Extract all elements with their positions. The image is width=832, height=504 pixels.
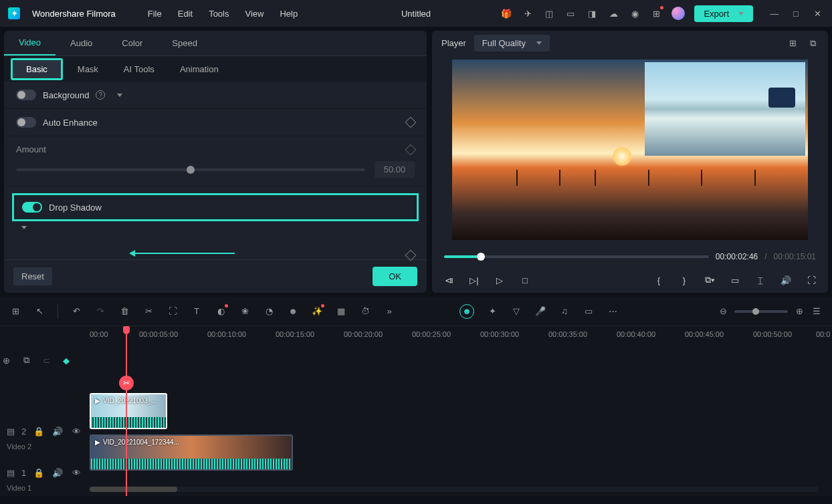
background-toggle[interactable] xyxy=(16,90,36,100)
play-button[interactable]: ▷ xyxy=(492,273,507,287)
grid-view-icon[interactable]: ⊞ xyxy=(787,37,799,49)
slider-thumb[interactable] xyxy=(187,166,195,174)
zoom-out-icon[interactable]: ⊖ xyxy=(717,305,729,318)
color-icon[interactable]: ❀ xyxy=(239,305,251,318)
export-button[interactable]: Export xyxy=(694,5,753,22)
keyframe-diamond-icon[interactable] xyxy=(405,117,417,128)
marker-add-icon[interactable]: ◆ xyxy=(60,354,72,366)
auto-enhance-toggle[interactable] xyxy=(16,117,36,128)
subtab-ai-tools[interactable]: AI Tools xyxy=(113,60,165,78)
mark-out-icon[interactable]: } xyxy=(677,273,692,287)
seek-slider[interactable] xyxy=(444,255,709,258)
lock-icon[interactable]: 🔒 xyxy=(33,425,45,437)
lock-icon[interactable]: 🔒 xyxy=(33,467,45,479)
visibility-icon[interactable]: 👁 xyxy=(70,467,82,479)
volume-icon[interactable]: 🔊 xyxy=(778,273,793,287)
ai-effects-icon[interactable]: ✨ xyxy=(311,305,323,318)
compare-icon[interactable]: ⧉▾ xyxy=(702,273,717,287)
playhead[interactable]: ✂ xyxy=(126,326,127,496)
window-maximize[interactable]: □ xyxy=(789,9,803,19)
menu-view[interactable]: View xyxy=(245,9,264,19)
message-icon[interactable]: ◫ xyxy=(543,7,555,19)
text-icon[interactable]: T xyxy=(191,305,203,318)
more-tools-icon[interactable]: » xyxy=(383,305,395,318)
step-forward-button[interactable]: ▷| xyxy=(467,273,482,287)
layout-icon[interactable]: ⊞ xyxy=(9,305,21,318)
menu-file[interactable]: File xyxy=(148,9,162,19)
smart-edit-icon[interactable]: ☻ xyxy=(459,304,474,319)
tab-video[interactable]: Video xyxy=(4,31,56,55)
clip-video2[interactable]: ▶VID_20221003_... xyxy=(90,393,167,429)
monitor-icon[interactable]: ▭ xyxy=(564,7,577,19)
scope-icon[interactable]: ⧉ xyxy=(807,37,819,49)
headset-icon[interactable]: ◉ xyxy=(629,7,641,19)
enhance-icon[interactable]: ✦ xyxy=(486,305,498,318)
menu-help[interactable]: Help xyxy=(280,9,298,19)
apps-icon[interactable]: ⊞ xyxy=(650,7,662,19)
drop-shadow-toggle[interactable] xyxy=(22,202,42,213)
window-minimize[interactable]: — xyxy=(768,9,781,19)
duration-icon[interactable]: ⏱ xyxy=(359,305,371,318)
adjust-icon[interactable]: ◐ xyxy=(215,305,227,318)
prev-frame-button[interactable]: ⧏ xyxy=(441,273,456,287)
delete-icon[interactable]: 🗑 xyxy=(118,305,130,318)
split-icon[interactable]: ✂ xyxy=(142,305,154,318)
zoom-thumb[interactable] xyxy=(752,308,759,315)
subtab-animation[interactable]: Animation xyxy=(169,60,229,78)
amount-slider[interactable] xyxy=(16,168,365,171)
timeline-ruler[interactable]: 00:00 00:00:05:00 00:00:10:00 00:00:15:0… xyxy=(86,326,832,350)
link-icon[interactable]: ⧉ xyxy=(20,354,32,366)
record-icon[interactable]: ◨ xyxy=(586,7,598,19)
keyframe-icon[interactable]: ▦ xyxy=(335,305,347,318)
visibility-icon[interactable]: 👁 xyxy=(70,425,82,437)
tab-audio[interactable]: Audio xyxy=(56,31,107,55)
magnet-icon[interactable]: ⊂ xyxy=(40,354,52,366)
ai-portrait-icon[interactable]: ☻ xyxy=(287,305,299,318)
chevron-down-icon[interactable] xyxy=(117,94,122,97)
scissor-icon[interactable]: ✂ xyxy=(119,376,134,390)
zoom-slider[interactable] xyxy=(734,310,788,313)
chevron-down-icon[interactable] xyxy=(21,226,27,239)
tab-color[interactable]: Color xyxy=(107,31,157,55)
mark-in-icon[interactable]: { xyxy=(651,273,666,287)
voiceover-icon[interactable]: 🎤 xyxy=(534,305,546,318)
menu-edit[interactable]: Edit xyxy=(178,9,193,19)
subtab-mask[interactable]: Mask xyxy=(67,60,109,78)
help-icon[interactable]: ? xyxy=(96,90,105,100)
mute-icon[interactable]: 🔊 xyxy=(51,467,64,479)
keyframe-diamond-icon[interactable] xyxy=(405,250,417,259)
fullscreen-icon[interactable]: ⛶ xyxy=(804,273,819,287)
timeline-options-icon[interactable]: ☰ xyxy=(811,305,823,318)
crop-icon[interactable]: ⛶ xyxy=(167,305,179,318)
amount-value[interactable]: 50.00 xyxy=(375,161,415,178)
speed-icon[interactable]: ◔ xyxy=(263,305,275,318)
cloud-icon[interactable]: ☁ xyxy=(607,7,619,19)
display-icon[interactable]: ▭ xyxy=(728,273,742,287)
stop-button[interactable]: □ xyxy=(518,273,532,287)
subtitle-icon[interactable]: ⋯ xyxy=(607,305,619,318)
quality-dropdown[interactable]: Full Quality xyxy=(474,35,550,51)
keyframe-diamond-icon[interactable] xyxy=(405,144,417,155)
render-icon[interactable]: ▭ xyxy=(583,305,595,318)
gift-icon[interactable]: 🎁 xyxy=(500,7,512,19)
clip-video1[interactable]: ▶VID_20221004_172344... xyxy=(90,434,293,471)
preview-viewport[interactable] xyxy=(452,59,808,240)
audio-mixer-icon[interactable]: ♫ xyxy=(558,305,570,318)
undo-icon[interactable]: ↶ xyxy=(70,305,82,318)
snapshot-icon[interactable]: ⌶ xyxy=(753,273,768,287)
marker-icon[interactable]: ▽ xyxy=(510,305,522,318)
mute-icon[interactable]: 🔊 xyxy=(51,425,64,437)
reset-button[interactable]: Reset xyxy=(13,267,52,285)
zoom-in-icon[interactable]: ⊕ xyxy=(793,305,805,318)
menu-tools[interactable]: Tools xyxy=(209,9,229,19)
cursor-icon[interactable]: ↖ xyxy=(33,305,45,318)
redo-icon[interactable]: ↷ xyxy=(94,305,106,318)
window-close[interactable]: ✕ xyxy=(811,9,824,19)
subtab-basic[interactable]: Basic xyxy=(13,60,61,78)
add-track-icon[interactable]: ⊕ xyxy=(0,354,12,366)
tab-speed[interactable]: Speed xyxy=(157,31,212,55)
picture-in-picture[interactable] xyxy=(645,62,805,156)
timeline-scrollbar[interactable] xyxy=(90,487,819,492)
user-avatar[interactable] xyxy=(671,7,685,20)
send-icon[interactable]: ✈ xyxy=(522,7,534,19)
